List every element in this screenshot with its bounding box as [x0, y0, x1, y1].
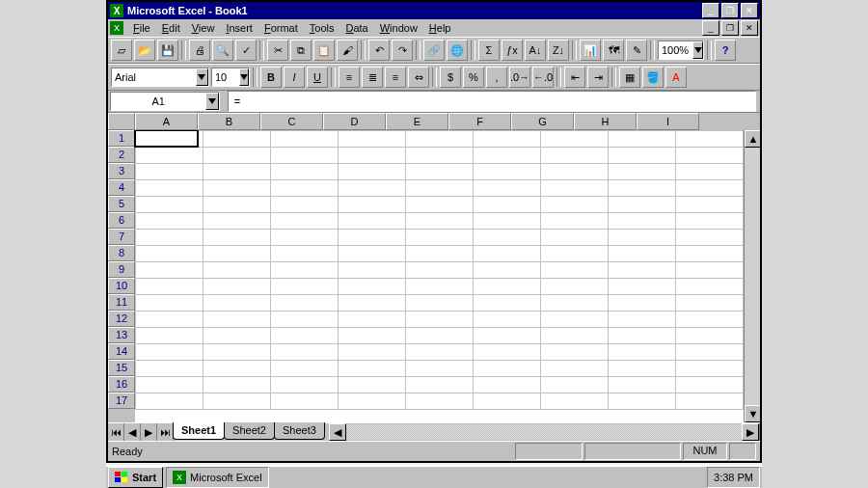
row-header-14[interactable]: 14	[108, 343, 135, 360]
cell-G11[interactable]	[541, 295, 609, 312]
cell-I1[interactable]	[676, 131, 744, 148]
cell-C1[interactable]	[271, 131, 339, 148]
zoom-combo[interactable]	[658, 41, 704, 60]
cell-H8[interactable]	[609, 246, 676, 262]
col-header-E[interactable]: E	[386, 113, 448, 130]
cell-A6[interactable]	[136, 213, 203, 230]
font-dropdown-icon[interactable]	[196, 68, 208, 86]
row-header-10[interactable]: 10	[108, 278, 135, 294]
cell-B4[interactable]	[203, 180, 271, 197]
titlebar[interactable]: X Microsoft Excel - Book1 _ ❐ ✕	[108, 2, 760, 19]
cell-A16[interactable]	[136, 377, 203, 393]
row-header-7[interactable]: 7	[108, 229, 135, 245]
map-button[interactable]: 🗺	[603, 40, 624, 61]
paste-button[interactable]: 📋	[313, 40, 335, 61]
close-button[interactable]: ✕	[741, 3, 758, 18]
cell-F11[interactable]	[474, 295, 541, 312]
function-button[interactable]: ƒx	[502, 40, 523, 61]
system-tray[interactable]: 3:38 PM	[707, 467, 760, 488]
cell-E5[interactable]	[406, 197, 474, 213]
scroll-down-icon[interactable]: ▼	[745, 405, 760, 422]
cell-I6[interactable]	[676, 213, 744, 230]
hyperlink-button[interactable]: 🔗	[423, 40, 445, 61]
cell-H1[interactable]	[609, 131, 676, 148]
borders-button[interactable]: ▦	[619, 67, 640, 88]
sheet-tab-sheet3[interactable]: Sheet3	[274, 422, 325, 440]
cell-D6[interactable]	[339, 213, 406, 230]
print-button[interactable]: 🖨	[189, 40, 210, 61]
cell-D5[interactable]	[339, 197, 406, 213]
cell-G15[interactable]	[541, 361, 609, 377]
cell-E15[interactable]	[406, 361, 474, 377]
col-header-B[interactable]: B	[198, 113, 260, 130]
align-left-button[interactable]: ≡	[339, 67, 360, 88]
cell-A2[interactable]	[136, 148, 203, 164]
row-header-12[interactable]: 12	[108, 311, 135, 327]
dec-dec-button[interactable]: ←.0	[532, 67, 554, 88]
font-input[interactable]	[112, 69, 196, 85]
cell-I7[interactable]	[676, 230, 744, 246]
cell-I16[interactable]	[676, 377, 744, 393]
cell-C11[interactable]	[271, 295, 339, 312]
tab-last-icon[interactable]: ⏭	[157, 423, 174, 441]
cell-C5[interactable]	[271, 197, 339, 213]
row-header-6[interactable]: 6	[108, 212, 135, 229]
cell-F7[interactable]	[474, 230, 541, 246]
cell-A12[interactable]	[136, 312, 203, 328]
taskbar-app-excel[interactable]: X Microsoft Excel	[166, 467, 269, 488]
scroll-up-icon[interactable]: ▲	[745, 130, 760, 148]
hscroll-track[interactable]	[346, 424, 742, 440]
spell-button[interactable]: ✓	[235, 40, 257, 61]
cell-H12[interactable]	[609, 312, 676, 328]
cell-E8[interactable]	[406, 246, 474, 262]
cell-B10[interactable]	[203, 279, 271, 295]
cell-E13[interactable]	[406, 328, 474, 344]
cell-A14[interactable]	[136, 344, 203, 361]
cell-F6[interactable]	[474, 213, 541, 230]
cell-I4[interactable]	[676, 180, 744, 197]
tab-first-icon[interactable]: ⏮	[108, 423, 124, 441]
font-size-combo[interactable]	[211, 68, 250, 87]
fill-color-button[interactable]: 🪣	[642, 67, 664, 88]
cell-C3[interactable]	[271, 164, 339, 180]
cell-A9[interactable]	[136, 262, 203, 279]
cell-F10[interactable]	[474, 279, 541, 295]
child-close-button[interactable]: ✕	[741, 20, 758, 36]
col-header-A[interactable]: A	[135, 113, 198, 130]
cell-A5[interactable]	[136, 197, 203, 213]
cell-F13[interactable]	[474, 328, 541, 344]
cell-G2[interactable]	[541, 148, 609, 164]
cell-I17[interactable]	[676, 393, 744, 410]
cell-F3[interactable]	[474, 164, 541, 180]
cell-A8[interactable]	[136, 246, 203, 262]
cell-E7[interactable]	[406, 230, 474, 246]
menu-format[interactable]: Format	[258, 21, 304, 35]
italic-button[interactable]: I	[284, 67, 305, 88]
cell-D2[interactable]	[339, 148, 406, 164]
row-header-2[interactable]: 2	[108, 147, 135, 163]
cell-E3[interactable]	[406, 164, 474, 180]
row-header-4[interactable]: 4	[108, 179, 135, 196]
start-button[interactable]: Start	[108, 467, 163, 488]
chart-button[interactable]: 📊	[580, 40, 601, 61]
maximize-button[interactable]: ❐	[721, 3, 739, 18]
cell-B3[interactable]	[203, 164, 271, 180]
cell-H13[interactable]	[609, 328, 676, 344]
cell-H11[interactable]	[609, 295, 676, 312]
cell-B9[interactable]	[203, 262, 271, 279]
autosum-button[interactable]: Σ	[478, 40, 500, 61]
row-header-13[interactable]: 13	[108, 327, 135, 343]
formula-input[interactable]	[246, 94, 755, 109]
comma-button[interactable]: ,	[486, 67, 507, 88]
cell-F12[interactable]	[474, 312, 541, 328]
cell-H17[interactable]	[609, 393, 676, 410]
select-all-corner[interactable]	[108, 113, 135, 130]
cell-A4[interactable]	[136, 180, 203, 197]
cell-H14[interactable]	[609, 344, 676, 361]
col-header-G[interactable]: G	[511, 113, 574, 130]
cell-G1[interactable]	[541, 131, 609, 148]
cell-F2[interactable]	[474, 148, 541, 164]
child-minimize-button[interactable]: _	[702, 20, 719, 36]
cell-D15[interactable]	[339, 361, 406, 377]
cell-G4[interactable]	[541, 180, 609, 197]
